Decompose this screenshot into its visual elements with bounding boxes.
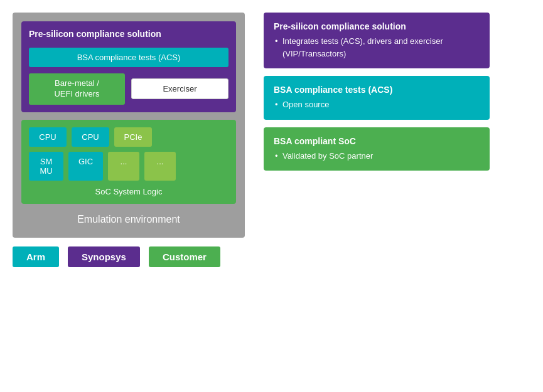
info-box-presilicon-bullet: Integrates tests (ACS), drivers and exer…	[274, 35, 480, 60]
soc-top-row: CPU CPU PCIe	[29, 127, 228, 147]
bare-metal-box: Bare-metal / UEFI drivers	[29, 73, 125, 105]
main-content: Pre-silicon compliance solution BSA comp…	[13, 13, 530, 267]
pcie-block: PCIe	[114, 127, 152, 147]
dots-block-2: ...	[144, 152, 176, 181]
soc-label: SoC System Logic	[29, 187, 228, 196]
presilicon-title: Pre-silicon compliance solution	[29, 29, 228, 39]
presilicon-box: Pre-silicon compliance solution BSA comp…	[21, 21, 236, 112]
info-box-bsa: BSA compliance tests (ACS) Open source	[264, 76, 490, 120]
cpu-block-1: CPU	[29, 127, 67, 147]
smmu-block: SM MU	[29, 152, 63, 181]
info-box-bsa-title: BSA compliance tests (ACS)	[274, 85, 480, 95]
info-box-bsa-bullet: Open source	[274, 98, 480, 111]
soc-box: CPU CPU PCIe SM MU GIC ... ... SoC Syste…	[21, 120, 236, 204]
info-box-soc: BSA compliant SoC Validated by SoC partn…	[264, 127, 490, 171]
legend-customer: Customer	[149, 246, 220, 267]
legend-arm: Arm	[13, 246, 59, 267]
drivers-row: Bare-metal / UEFI drivers Exerciser	[29, 73, 228, 105]
info-box-presilicon-title: Pre-silicon compliance solution	[274, 21, 480, 31]
dots-block-1: ...	[108, 152, 139, 181]
cpu-block-2: CPU	[72, 127, 109, 147]
emulation-label: Emulation environment	[21, 214, 236, 225]
bsa-compliance-bar: BSA compliance tests (ACS)	[29, 48, 228, 67]
left-panel: Pre-silicon compliance solution BSA comp…	[13, 13, 245, 267]
info-box-soc-title: BSA compliant SoC	[274, 136, 480, 146]
info-box-soc-bullet: Validated by SoC partner	[274, 150, 480, 162]
gic-block: GIC	[68, 152, 103, 181]
emulation-environment: Pre-silicon compliance solution BSA comp…	[13, 13, 245, 238]
right-panel: Pre-silicon compliance solution Integrat…	[264, 13, 490, 267]
soc-bottom-row: SM MU GIC ... ...	[29, 152, 228, 181]
legend-synopsys: Synopsys	[68, 246, 140, 267]
exerciser-box: Exerciser	[131, 78, 228, 99]
legend-row: Arm Synopsys Customer	[13, 246, 245, 267]
info-box-presilicon: Pre-silicon compliance solution Integrat…	[264, 13, 490, 68]
